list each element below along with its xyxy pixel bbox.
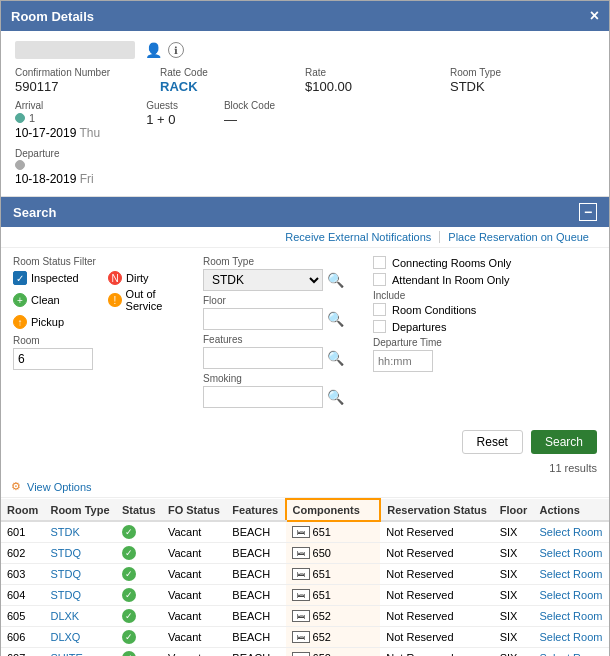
room-type-search-icon[interactable]: 🔍 bbox=[327, 272, 344, 288]
departures-checkbox[interactable] bbox=[373, 320, 386, 333]
filter-pickup[interactable]: ↑ Pickup bbox=[13, 315, 98, 329]
attendant-checkbox[interactable] bbox=[373, 273, 386, 286]
table-body: 601 STDK ✓ Vacant BEACH 🛏 651 Not Reserv… bbox=[1, 521, 609, 656]
component-value: 651 bbox=[313, 589, 331, 601]
select-room-button[interactable]: Select Room bbox=[539, 568, 602, 580]
cell-actions: Select Room bbox=[533, 606, 609, 627]
smoking-search-icon[interactable]: 🔍 bbox=[327, 389, 344, 405]
component-value: 652 bbox=[313, 652, 331, 656]
cell-fo-status: Vacant bbox=[162, 585, 226, 606]
clean-label: Clean bbox=[31, 294, 60, 306]
room-type-link[interactable]: STDQ bbox=[50, 568, 81, 580]
room-type-link[interactable]: DLXK bbox=[50, 610, 79, 622]
cell-components: 🛏 651 bbox=[286, 521, 381, 543]
floor-search-icon[interactable]: 🔍 bbox=[327, 311, 344, 327]
room-type-field-row: Room Type STDK 🔍 bbox=[203, 256, 363, 291]
inspected-checkbox[interactable]: ✓ bbox=[13, 271, 27, 285]
departure-value: 10-18-2019 Fri bbox=[15, 172, 100, 186]
features-search-icon[interactable]: 🔍 bbox=[327, 350, 344, 366]
arrival-label: Arrival bbox=[15, 100, 100, 111]
select-room-button[interactable]: Select Room bbox=[539, 652, 602, 656]
connecting-rooms-checkbox[interactable] bbox=[373, 256, 386, 269]
room-input[interactable] bbox=[13, 348, 93, 370]
attendant-row[interactable]: Attendant In Room Only bbox=[373, 273, 597, 286]
cell-floor: SIX bbox=[494, 543, 534, 564]
cell-reservation-status: Not Reserved bbox=[380, 543, 493, 564]
pickup-checkbox[interactable]: ↑ bbox=[13, 315, 27, 329]
connecting-rooms-row[interactable]: Connecting Rooms Only bbox=[373, 256, 597, 269]
smoking-input[interactable] bbox=[203, 386, 323, 408]
arrival-departure-block: Arrival 1 10-17-2019 Thu Departure bbox=[15, 100, 275, 186]
features-field-row: Features 🔍 bbox=[203, 334, 363, 369]
rate-value: $100.00 bbox=[305, 79, 440, 94]
out-of-service-checkbox[interactable]: ! bbox=[108, 293, 122, 307]
select-room-button[interactable]: Select Room bbox=[539, 631, 602, 643]
guest-icons: 👤 ℹ bbox=[145, 42, 184, 58]
search-button[interactable]: Search bbox=[531, 430, 597, 454]
room-type-select[interactable]: STDK bbox=[203, 269, 323, 291]
pickup-label: Pickup bbox=[31, 316, 64, 328]
table-header: Room Room Type Status FO Status Features… bbox=[1, 499, 609, 521]
room-type-link[interactable]: STDK bbox=[50, 526, 79, 538]
col-features: Features bbox=[226, 499, 285, 521]
select-room-button[interactable]: Select Room bbox=[539, 610, 602, 622]
table-row: 602 STDQ ✓ Vacant BEACH 🛏 650 Not Reserv… bbox=[1, 543, 609, 564]
table-container[interactable]: Room Room Type Status FO Status Features… bbox=[1, 498, 609, 656]
cell-status: ✓ bbox=[116, 564, 162, 585]
confirmation-label: Confirmation Number bbox=[15, 67, 150, 78]
cell-floor: SIX bbox=[494, 606, 534, 627]
cell-reservation-status: Not Reserved bbox=[380, 627, 493, 648]
filter-out-of-service[interactable]: ! Out of Service bbox=[108, 288, 193, 312]
reset-button[interactable]: Reset bbox=[462, 430, 523, 454]
filter-dirty[interactable]: N Dirty bbox=[108, 271, 193, 285]
cell-features: BEACH bbox=[226, 627, 285, 648]
select-room-button[interactable]: Select Room bbox=[539, 547, 602, 559]
cell-room-type: STDK bbox=[44, 521, 116, 543]
cell-features: BEACH bbox=[226, 585, 285, 606]
cell-fo-status: Vacant bbox=[162, 606, 226, 627]
room-status-filter: Room Status Filter ✓ Inspected N Dirty + bbox=[13, 256, 193, 412]
table-row: 605 DLXK ✓ Vacant BEACH 🛏 652 Not Reserv… bbox=[1, 606, 609, 627]
cell-reservation-status: Not Reserved bbox=[380, 648, 493, 657]
view-options-bar[interactable]: ⚙ View Options bbox=[1, 476, 609, 498]
smoking-with-icon: 🔍 bbox=[203, 386, 363, 408]
col-actions: Actions bbox=[533, 499, 609, 521]
room-type-link[interactable]: STDQ bbox=[50, 589, 81, 601]
confirmation-value: 590117 bbox=[15, 79, 150, 94]
departures-row[interactable]: Departures bbox=[373, 320, 597, 333]
cell-actions: Select Room bbox=[533, 627, 609, 648]
rate-cell: Rate $100.00 bbox=[305, 67, 450, 94]
external-notifications-link[interactable]: Receive External Notifications bbox=[277, 231, 440, 243]
room-type-link[interactable]: DLXQ bbox=[50, 631, 80, 643]
features-input[interactable] bbox=[203, 347, 323, 369]
room-type-link[interactable]: SUITE bbox=[50, 652, 82, 656]
table-row: 601 STDK ✓ Vacant BEACH 🛏 651 Not Reserv… bbox=[1, 521, 609, 543]
cell-fo-status: Vacant bbox=[162, 648, 226, 657]
room-type-link[interactable]: STDQ bbox=[50, 547, 81, 559]
col-reservation-status: Reservation Status bbox=[380, 499, 493, 521]
select-room-button[interactable]: Select Room bbox=[539, 589, 602, 601]
floor-input[interactable] bbox=[203, 308, 323, 330]
block-code-label: Block Code bbox=[224, 100, 275, 111]
info-icon[interactable]: ℹ bbox=[168, 42, 184, 58]
cell-components: 🛏 650 bbox=[286, 543, 381, 564]
filter-label: Room Status Filter bbox=[13, 256, 193, 267]
arrival-icon bbox=[15, 113, 25, 123]
filter-inspected[interactable]: ✓ Inspected bbox=[13, 271, 98, 285]
filter-clean[interactable]: + Clean bbox=[13, 288, 98, 312]
departure-label: Departure bbox=[15, 148, 100, 159]
collapse-button[interactable]: − bbox=[579, 203, 597, 221]
component-cell: 🛏 650 bbox=[292, 547, 375, 559]
dirty-checkbox[interactable]: N bbox=[108, 271, 122, 285]
search-links: Receive External Notifications Place Res… bbox=[1, 227, 609, 248]
clean-checkbox[interactable]: + bbox=[13, 293, 27, 307]
departure-time-input[interactable] bbox=[373, 350, 433, 372]
place-reservation-link[interactable]: Place Reservation on Queue bbox=[440, 231, 597, 243]
close-button[interactable]: × bbox=[590, 7, 599, 25]
room-conditions-checkbox[interactable] bbox=[373, 303, 386, 316]
status-icon: ✓ bbox=[122, 525, 136, 539]
col-components: Components bbox=[286, 499, 381, 521]
cell-components: 🛏 652 bbox=[286, 648, 381, 657]
room-conditions-row[interactable]: Room Conditions bbox=[373, 303, 597, 316]
select-room-button[interactable]: Select Room bbox=[539, 526, 602, 538]
